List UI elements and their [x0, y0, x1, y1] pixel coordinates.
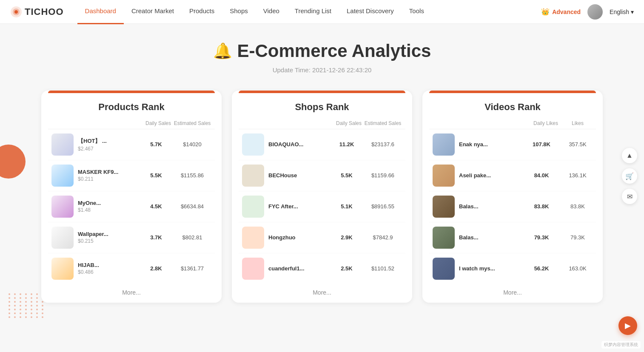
product-price-1: $2.467: [78, 146, 139, 152]
shop-logo-3: [242, 196, 264, 218]
product-thumb-img-5: [51, 258, 74, 280]
shop-daily-sales-2: 5.5K: [334, 172, 359, 179]
dot: [9, 297, 10, 299]
dot: [14, 293, 16, 295]
video-likes-2: 136.1K: [563, 172, 593, 179]
shop-logo-1: [242, 133, 264, 156]
product-price-4: $0.215: [78, 238, 139, 244]
product-row-3[interactable]: MyOne... $1.48 4.5K $6634.84: [48, 191, 215, 222]
nav-links: Dashboard Creator Market Products Shops …: [77, 0, 541, 24]
language-label: English: [610, 9, 629, 15]
scroll-up-button[interactable]: ▲: [622, 148, 637, 163]
shops-rank-title: Shops Rank: [232, 93, 412, 117]
cart-button[interactable]: 🛒: [622, 168, 637, 184]
decorative-blob: [0, 145, 26, 179]
product-row-4[interactable]: Wallpaper... $0.215 3.7K $802.81: [48, 222, 215, 253]
video-likes-3: 83.8K: [563, 203, 593, 210]
chevron-down-icon: ▾: [631, 9, 634, 15]
dot: [31, 293, 32, 295]
mail-icon: ✉: [627, 193, 633, 201]
product-name-2: MASKER KF9...: [78, 169, 139, 175]
shop-name-5: cuanderful1...: [268, 265, 330, 272]
dot: [31, 297, 32, 299]
shops-more-link[interactable]: More...: [232, 289, 412, 296]
products-rank-card: Products Rank Daily Sales Estimated Sale…: [41, 91, 222, 303]
shops-rank-table: Daily Sales Estimated Sales BIOAQUAO... …: [232, 117, 412, 284]
product-info-2: MASKER KF9... $0.211: [78, 169, 139, 182]
video-thumb-4: [433, 227, 455, 249]
video-info-3: Balas...: [459, 203, 520, 210]
video-row-2[interactable]: Aseli pake... 84.0K 136.1K: [429, 160, 596, 191]
shop-row-4[interactable]: Hongzhuo 2.9K $7842.9: [239, 222, 405, 253]
video-name-5: I watch mys...: [459, 265, 520, 272]
product-daily-sales-3: 4.5K: [143, 203, 169, 210]
products-more-link[interactable]: More...: [41, 289, 222, 296]
product-row-5[interactable]: HIJAB... $0.486 2.8K $1361.77: [48, 253, 215, 284]
shop-name-2: BECHouse: [268, 172, 330, 179]
shop-logo-4: [242, 227, 264, 249]
logo[interactable]: TICHOO: [10, 6, 64, 18]
product-price-2: $0.211: [78, 176, 139, 182]
nav-item-products[interactable]: Products: [182, 0, 222, 24]
product-daily-sales-4: 3.7K: [143, 234, 169, 241]
language-selector[interactable]: English ▾: [610, 9, 634, 15]
dot: [25, 312, 27, 314]
logo-text: TICHOO: [25, 6, 64, 17]
nav-item-dashboard[interactable]: Dashboard: [77, 0, 124, 24]
products-rank-title: Products Rank: [41, 93, 222, 117]
dot: [36, 297, 38, 299]
dot: [9, 293, 10, 295]
videos-more-link[interactable]: More...: [422, 289, 603, 296]
nav-item-latest-discovery[interactable]: Latest Discovery: [339, 0, 402, 24]
nav-item-tools[interactable]: Tools: [402, 0, 432, 24]
avatar[interactable]: [587, 4, 603, 20]
advanced-button[interactable]: 👑 Advanced: [541, 8, 581, 16]
dot: [31, 312, 32, 314]
shop-row-2[interactable]: BECHouse 5.5K $1159.66: [239, 160, 405, 191]
dot: [20, 316, 21, 318]
dot: [9, 316, 10, 318]
shop-row-5[interactable]: cuanderful1... 2.5K $1101.52: [239, 253, 405, 284]
shop-est-sales-3: $8916.55: [364, 203, 402, 210]
nav-right: 👑 Advanced English ▾: [541, 4, 634, 20]
shop-est-sales-1: $23137.6: [364, 141, 402, 148]
shop-row-3[interactable]: FYC After... 5.1K $8916.55: [239, 191, 405, 222]
page-header: 🔔 E-Commerce Analytics Update Time: 2021…: [41, 32, 603, 78]
shop-row-1[interactable]: BIOAQUAO... 11.2K $23137.6: [239, 129, 405, 160]
dot: [42, 312, 43, 314]
video-daily-likes-3: 83.8K: [524, 203, 559, 210]
products-rank-table: Daily Sales Estimated Sales 【HOT】 ... $2…: [41, 117, 222, 284]
dot: [25, 297, 27, 299]
video-info-2: Aseli pake...: [459, 172, 520, 179]
shop-est-sales-4: $7842.9: [364, 234, 402, 241]
play-button[interactable]: ▶: [618, 316, 637, 335]
mail-button[interactable]: ✉: [622, 189, 637, 204]
product-row-1[interactable]: 【HOT】 ... $2.467 5.7K $14020: [48, 129, 215, 160]
logo-icon: [10, 6, 22, 18]
video-info-4: Balas...: [459, 234, 520, 241]
videos-rank-card: Videos Rank Daily Likes Likes Enak nya..…: [422, 91, 603, 303]
nav-item-trending-list[interactable]: Trending List: [287, 0, 339, 24]
dot: [36, 316, 38, 318]
dot: [9, 312, 10, 314]
video-daily-likes-4: 79.3K: [524, 234, 559, 241]
product-info-3: MyOne... $1.48: [78, 200, 139, 213]
product-row-2[interactable]: MASKER KF9... $0.211 5.5K $1155.86: [48, 160, 215, 191]
video-row-5[interactable]: I watch mys... 56.2K 163.0K: [429, 253, 596, 284]
products-header-daily-sales: Daily Sales: [143, 120, 173, 127]
shop-est-sales-2: $1159.66: [364, 172, 402, 179]
shops-header-daily-sales: Daily Sales: [334, 120, 364, 127]
video-row-1[interactable]: Enak nya... 107.8K 357.5K: [429, 129, 596, 160]
product-info-4: Wallpaper... $0.215: [78, 231, 139, 244]
shop-logo-5: [242, 258, 264, 280]
video-row-3[interactable]: Balas... 83.8K 83.8K: [429, 191, 596, 222]
video-name-4: Balas...: [459, 234, 520, 241]
watermark: 织梦内容管理系统: [601, 341, 641, 349]
nav-item-video[interactable]: Video: [256, 0, 287, 24]
shops-rank-header: Daily Sales Estimated Sales: [239, 117, 405, 129]
nav-item-creator-market[interactable]: Creator Market: [124, 0, 182, 24]
dot: [14, 301, 16, 303]
video-row-4[interactable]: Balas... 79.3K 79.3K: [429, 222, 596, 253]
dot: [36, 312, 38, 314]
nav-item-shops[interactable]: Shops: [222, 0, 256, 24]
